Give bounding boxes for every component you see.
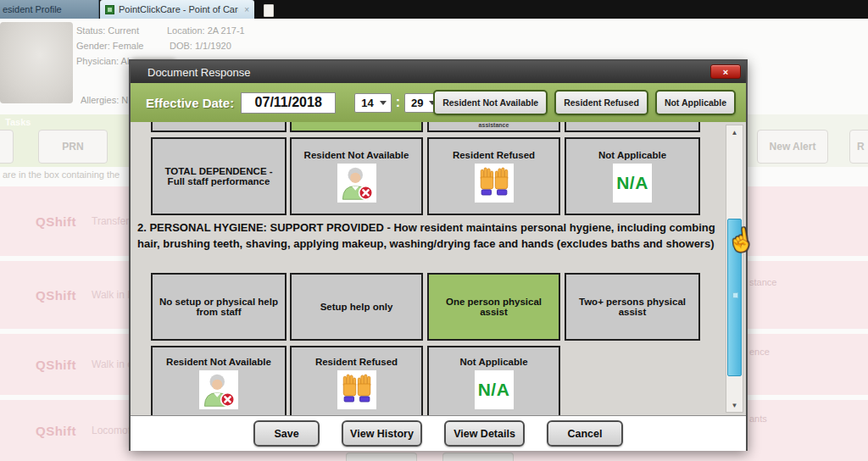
button-label: Save — [274, 428, 298, 440]
resident-location: Location: 2A 217-1 — [167, 25, 245, 36]
qshift-badge: QShift — [36, 214, 76, 229]
triangle-down-icon: ▼ — [732, 402, 738, 409]
new-alert-button[interactable]: New Alert — [757, 130, 828, 164]
resident-photo — [0, 22, 73, 103]
qshift-badge: QShift — [36, 288, 76, 303]
physician-label: Physician: Al — [76, 56, 129, 66]
q2-empty-cell — [565, 346, 700, 415]
tab-pointclickcare[interactable]: PointClickCare - Point of Care... × — [100, 0, 254, 19]
new-tab-page-icon — [264, 4, 274, 17]
dialog-scroll-content: assistance TOTAL DEPENDENCE - Full staff… — [131, 122, 746, 415]
prn-button[interactable]: PRN — [38, 130, 108, 164]
q1-resident-not-available[interactable]: Resident Not Available — [290, 137, 423, 215]
option-cell-partial-selected[interactable] — [290, 122, 423, 132]
q2-option-two-plus-persons[interactable]: Two+ persons physical assist — [565, 273, 700, 341]
background-partial-button-left — [0, 130, 14, 164]
q2-option-no-setup[interactable]: No setup or physical help from staff — [151, 273, 287, 341]
view-details-button[interactable]: View Details — [444, 420, 525, 447]
option-label: Not Applicable — [459, 357, 527, 367]
scroll-down-button[interactable]: ▼ — [726, 398, 743, 412]
option-cell-partial[interactable] — [151, 122, 287, 132]
option-label: Resident Refused — [453, 150, 535, 160]
background-partial-button — [442, 453, 514, 461]
new-alert-label: New Alert — [770, 141, 816, 153]
resident-refused-icon — [337, 370, 376, 409]
effective-date-input[interactable] — [241, 92, 336, 114]
browser-tab-bar: esident Profile PointClickCare - Point o… — [0, 0, 868, 19]
na-text: N/A — [616, 173, 648, 193]
hour-value: 14 — [361, 97, 373, 109]
q2-resident-refused[interactable]: Resident Refused — [290, 346, 423, 415]
resident-status: Status: Current — [76, 25, 139, 36]
save-button[interactable]: Save — [253, 420, 320, 447]
option-label: Resident Not Available — [304, 150, 409, 160]
resident-allergies: Allergies: N — [81, 95, 128, 105]
minute-value: 29 — [411, 97, 423, 109]
button-label: View Details — [453, 428, 515, 440]
document-response-dialog: Document Response × Effective Date: 14 :… — [129, 59, 748, 451]
hint-text-fragment: are in the box containing the — [3, 169, 130, 180]
dialog-titlebar: Document Response — [131, 61, 746, 83]
q1-resident-refused[interactable]: Resident Refused — [427, 137, 560, 215]
faint-text-fragment: ence — [749, 347, 770, 357]
tab-close-icon[interactable]: × — [244, 5, 249, 14]
prn-label: PRN — [62, 141, 83, 153]
dialog-close-button[interactable]: × — [710, 64, 741, 79]
option-label: No setup or physical help from staff — [158, 297, 280, 317]
pointclickcare-favicon-icon — [105, 5, 114, 14]
q2-resident-not-available[interactable]: Resident Not Available — [151, 346, 287, 415]
effective-date-label: Effective Date: — [146, 96, 234, 110]
button-label: Resident Not Available — [442, 97, 538, 108]
na-text: N/A — [478, 380, 510, 400]
faint-text-fragment: ants — [749, 414, 767, 424]
partial-option-text: assistance — [429, 122, 559, 128]
new-tab-button[interactable] — [258, 2, 280, 19]
resident-gender: Gender: Female — [76, 41, 143, 51]
resident-not-available-button[interactable]: Resident Not Available — [433, 90, 548, 115]
q2-not-applicable[interactable]: Not Applicable N/A — [427, 346, 560, 415]
button-label: View History — [350, 428, 414, 440]
dialog-scrollbar[interactable]: ▲ ▼ — [726, 125, 743, 413]
tab-label: PointClickCare - Point of Care... — [119, 4, 238, 14]
not-applicable-icon: N/A — [475, 370, 514, 409]
scrollbar-grip — [732, 292, 738, 298]
resident-dob: DOB: 1/1/1920 — [170, 41, 231, 51]
option-label: Two+ persons physical assist — [571, 297, 693, 317]
resident-refused-icon — [475, 164, 514, 203]
option-total-dependence[interactable]: TOTAL DEPENDENCE - Full staff performanc… — [151, 137, 287, 215]
dialog-header: Effective Date: 14 : 29 Resident Not Ava… — [131, 83, 746, 122]
hour-select[interactable]: 14 — [354, 93, 391, 113]
cancel-button[interactable]: Cancel — [547, 420, 623, 447]
option-label: Resident Not Available — [166, 357, 271, 367]
close-x-icon: × — [723, 67, 728, 77]
qshift-badge: QShift — [36, 424, 76, 438]
option-label: Not Applicable — [598, 150, 666, 160]
triangle-up-icon: ▲ — [732, 129, 738, 136]
option-label: Resident Refused — [315, 357, 398, 367]
q2-option-one-person-assist-selected[interactable]: One person physical assist — [427, 273, 560, 341]
resident-not-available-icon — [337, 164, 376, 203]
button-label: Resident Refused — [564, 97, 639, 108]
q1-not-applicable[interactable]: Not Applicable N/A — [565, 137, 700, 215]
not-applicable-button[interactable]: Not Applicable — [655, 90, 736, 115]
chevron-down-icon — [380, 101, 387, 105]
partial-button-label: R — [857, 141, 865, 153]
faint-text-fragment: stance — [749, 277, 776, 287]
qshift-badge: QShift — [36, 358, 76, 372]
scrollbar-thumb[interactable] — [727, 219, 742, 376]
dialog-title: Document Response — [147, 66, 250, 79]
tab-label: esident Profile — [3, 4, 62, 14]
view-history-button[interactable]: View History — [342, 420, 422, 447]
option-cell-partial[interactable] — [565, 122, 700, 132]
background-partial-button-right: R — [849, 130, 868, 164]
button-label: Not Applicable — [665, 97, 726, 108]
q2-option-setup-help[interactable]: Setup help only — [290, 273, 423, 341]
resident-refused-button[interactable]: Resident Refused — [554, 90, 648, 115]
option-cell-partial[interactable]: assistance — [427, 122, 560, 132]
option-label: Setup help only — [320, 302, 393, 312]
not-applicable-icon: N/A — [613, 164, 652, 203]
tab-resident-profile[interactable]: esident Profile — [0, 0, 99, 19]
scroll-up-button[interactable]: ▲ — [726, 125, 743, 139]
button-label: Cancel — [568, 428, 603, 440]
option-label: One person physical assist — [434, 297, 554, 317]
